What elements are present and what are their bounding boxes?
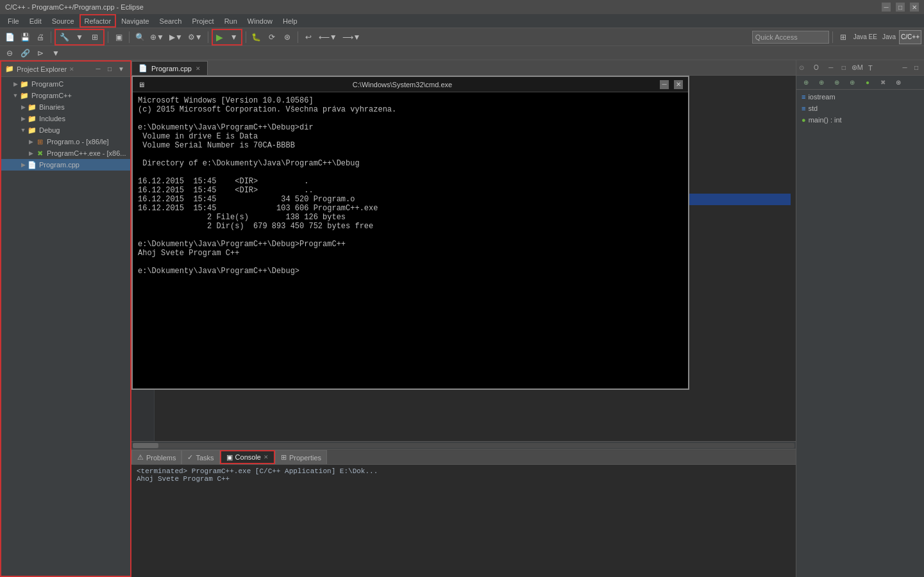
quick-access-box[interactable]: Quick Access	[752, 31, 829, 44]
nav-btn3[interactable]: ⟶▼	[340, 30, 363, 44]
namespace-icon: ≡	[802, 105, 805, 112]
outline-filter-btn[interactable]: ⊛	[891, 76, 905, 90]
maximize-button[interactable]: □	[896, 3, 905, 12]
console-output-text: Ahoj Svete Program C++	[137, 475, 230, 483]
save-button[interactable]: 💾	[18, 30, 32, 44]
right-expand-btn[interactable]: □	[911, 63, 921, 73]
tree-item-binaries[interactable]: ▶ 📁 Binaries	[1, 101, 130, 113]
search-btn[interactable]: 🔍	[133, 30, 147, 44]
right-collapse-btn[interactable]: ─	[900, 63, 910, 73]
menu-search[interactable]: Search	[155, 14, 187, 28]
perspective-cpp[interactable]: C/C++	[899, 30, 921, 44]
misc-btn1[interactable]: ⟳	[265, 30, 279, 44]
quick-access-label: Quick Access	[755, 33, 798, 41]
ext-tools-btn[interactable]: ⚙▼	[186, 30, 205, 44]
perspective-java[interactable]: Java	[880, 30, 898, 44]
perspective-btn-open[interactable]: ⊞	[836, 30, 850, 44]
debug-btn[interactable]: 🐛	[249, 30, 264, 44]
nav-btn2[interactable]: ⟵▼	[317, 30, 339, 44]
tab-close-btn[interactable]: ✕	[196, 65, 201, 72]
maximize-right-btn[interactable]: □	[839, 63, 849, 73]
console-btn[interactable]: ▣	[112, 30, 126, 44]
print-button[interactable]: 🖨	[33, 30, 47, 44]
tab-tasks[interactable]: ✓ Tasks	[181, 450, 219, 464]
expand-arrow-bin: ▶	[19, 104, 27, 110]
menu-source[interactable]: Source	[47, 14, 80, 28]
menu-run[interactable]: Run	[219, 14, 242, 28]
right-panel-toolbar: ⊕ ⊕ ⊕ ⊕ ● ✖ ⊛	[796, 76, 924, 90]
outline-tree: ≡ iostream ≡ std ● main() : int	[796, 90, 924, 577]
outline-main[interactable]: ● main() : int	[796, 114, 924, 126]
horizontal-scrollbar[interactable]	[131, 441, 796, 449]
outline-btn3[interactable]: ⊕	[830, 76, 844, 90]
run-button[interactable]: ▶	[213, 30, 227, 44]
right-tab-m[interactable]: ⊛M	[852, 63, 863, 72]
tab-icon-cpp: 📄	[139, 64, 147, 72]
tree-item-debug[interactable]: ▼ 📁 Debug	[1, 124, 130, 136]
tree-item-programc[interactable]: ▶ 📁 ProgramC	[1, 78, 130, 90]
view-menu-btn[interactable]: ▼	[49, 46, 63, 60]
refactor-btn2[interactable]: ⊞	[88, 30, 102, 44]
panel-menu-btn[interactable]: ▼	[116, 64, 126, 74]
right-tab-t[interactable]: T	[868, 64, 873, 72]
folder-icon: 📁	[5, 65, 14, 73]
minimize-right-btn[interactable]: ─	[826, 63, 836, 73]
tab-console[interactable]: ▣ Console ✕	[220, 450, 275, 464]
expand-arrow-o: ▶	[27, 138, 35, 145]
outline-btn6[interactable]: ✖	[876, 76, 890, 90]
separator-2	[108, 31, 108, 43]
link-editor-btn[interactable]: 🔗	[18, 46, 32, 60]
obj-icon: ⊞	[35, 137, 45, 147]
label-debug: Debug	[39, 126, 60, 134]
editor-tab-bar: 📄 Program.cpp ✕	[131, 60, 796, 76]
minimize-button[interactable]: ─	[882, 3, 891, 12]
right-tab-o[interactable]: O	[809, 62, 823, 73]
menu-project[interactable]: Project	[187, 14, 219, 28]
outline-std[interactable]: ≡ std	[796, 103, 924, 114]
run-last-btn[interactable]: ▶▼	[167, 30, 185, 44]
tree-item-programcpp-file[interactable]: ▶ 📄 Program.cpp	[1, 159, 130, 171]
tab-problems[interactable]: ⚠ Problems	[131, 450, 181, 464]
minimize-panel-btn[interactable]: ─	[93, 64, 103, 74]
misc-btn2[interactable]: ⊛	[280, 30, 294, 44]
cmd-minimize-btn[interactable]: ─	[660, 80, 669, 89]
outline-btn1[interactable]: ⊕	[799, 76, 813, 90]
separator-4	[208, 31, 208, 43]
nav-btn1[interactable]: ↩	[301, 30, 315, 44]
refactor-btn1[interactable]: 🔧	[57, 30, 71, 44]
scroll-thumb[interactable]	[133, 443, 158, 448]
menu-help[interactable]: Help	[278, 14, 303, 28]
properties-icon: ⊞	[281, 453, 287, 462]
menu-file[interactable]: File	[3, 14, 24, 28]
expand-arrow-exe: ▶	[27, 150, 35, 156]
cmd-close-btn[interactable]: ✕	[674, 80, 683, 89]
outline-btn4[interactable]: ⊕	[845, 76, 859, 90]
menu-window[interactable]: Window	[242, 14, 278, 28]
outline-iostream[interactable]: ≡ iostream	[796, 91, 924, 103]
close-button[interactable]: ✕	[910, 3, 919, 12]
tree-item-programexe[interactable]: ▶ ✖ ProgramC++.exe - [x86...	[1, 147, 130, 159]
cmd-controls: ─ ✕	[660, 80, 683, 89]
run-dropdown[interactable]: ▼	[227, 30, 241, 44]
tab-properties[interactable]: ⊞ Properties	[275, 450, 327, 464]
filter-btn[interactable]: ⊳	[33, 46, 47, 60]
outline-btn2[interactable]: ⊕	[814, 76, 828, 90]
console-close-btn[interactable]: ✕	[264, 454, 269, 460]
menu-bar: File Edit Source Refactor Navigate Searc…	[0, 14, 924, 28]
folder-icon-dbg: 📁	[27, 125, 37, 135]
menu-edit[interactable]: Edit	[24, 14, 47, 28]
search-dropdown-btn[interactable]: ⊕▼	[148, 30, 166, 44]
tree-item-includes[interactable]: ▶ 📁 Includes	[1, 113, 130, 124]
perspective-java-ee[interactable]: Java EE	[852, 30, 879, 44]
outline-btn5[interactable]: ●	[861, 76, 875, 90]
editor-tab-program-cpp[interactable]: 📄 Program.cpp ✕	[131, 61, 208, 75]
collapse-all-btn[interactable]: ⊖	[3, 46, 17, 60]
menu-navigate[interactable]: Navigate	[116, 14, 154, 28]
maximize-panel-btn[interactable]: □	[105, 64, 115, 74]
tree-item-programo[interactable]: ▶ ⊞ Program.o - [x86/le]	[1, 136, 130, 147]
new-button[interactable]: 📄	[3, 30, 17, 44]
tree-item-programcpp[interactable]: ▼ 📁 ProgramC++	[1, 90, 130, 101]
tab-label-program-cpp: Program.cpp	[151, 65, 192, 72]
refactor-dropdown[interactable]: ▼	[72, 30, 87, 44]
menu-refactor[interactable]: Refactor	[80, 14, 117, 28]
